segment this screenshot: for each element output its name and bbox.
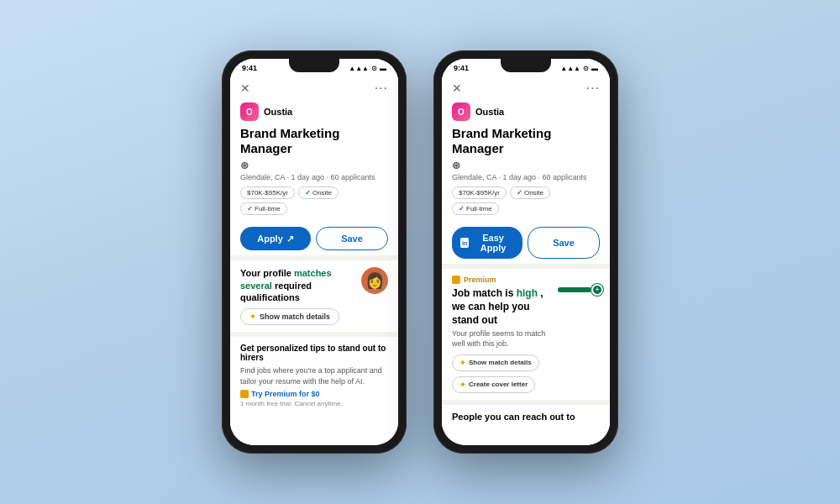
phone-left: 9:41 ▲▲▲ ⊙ ▬ ✕ ··· O Oustia	[222, 50, 407, 454]
notch-left	[289, 59, 339, 72]
tips-title-left: Get personalized tips to stand out to hi…	[240, 344, 388, 362]
save-button-left[interactable]: Save	[316, 227, 388, 250]
match-card-left: Your profile matches several required qu…	[230, 255, 398, 332]
slider-container-right	[551, 287, 600, 292]
company-logo-right: O	[452, 102, 470, 121]
tag-salary-left: $70K-$95K/yr	[240, 186, 295, 199]
company-row-left: O Oustia	[240, 102, 388, 121]
close-button-right[interactable]: ✕	[452, 81, 462, 95]
screen-left: 9:41 ▲▲▲ ⊙ ▬ ✕ ··· O Oustia	[230, 59, 398, 445]
show-match-button-right[interactable]: ✦ Show match details	[452, 354, 539, 371]
phone-content-right: ✕ ··· O Oustia Brand Marketing Manager ⊛…	[442, 74, 610, 445]
close-button-left[interactable]: ✕	[240, 81, 250, 95]
time-left: 9:41	[242, 64, 257, 72]
create-cover-button-right[interactable]: ✦ Create cover letter	[452, 376, 535, 393]
company-row-right: O Oustia	[452, 102, 600, 121]
save-button-right[interactable]: Save	[528, 227, 600, 259]
match-header-row-right: Job match is high , we can help you stan…	[452, 287, 600, 349]
verified-icon-right: ⊛	[452, 160, 460, 171]
more-menu-left[interactable]: ···	[375, 81, 388, 96]
premium-link-left[interactable]: Try Premium for $0	[240, 390, 388, 398]
match-high-card-right: Premium Job match is high , we can help …	[442, 264, 610, 399]
job-header-right: O Oustia Brand Marketing Manager ⊛ Glend…	[442, 99, 610, 222]
job-title-left: Brand Marketing Manager ⊛	[240, 126, 388, 171]
apply-icon-left: ↗	[286, 234, 294, 244]
phone-content-left: ✕ ··· O Oustia Brand Marketing Manager ⊛…	[230, 74, 398, 445]
premium-dot-right	[452, 276, 460, 284]
match-text-col-right: Job match is high , we can help you stan…	[452, 287, 551, 349]
job-match-text-right: Job match is high , we can help you stan…	[452, 287, 551, 327]
match-text-left: Your profile matches several required qu…	[240, 267, 388, 303]
premium-badge-left	[240, 390, 249, 398]
slider-thumb-right	[591, 284, 603, 296]
show-match-button-left[interactable]: ✦ Show match details	[240, 308, 339, 325]
tag-fulltime-left: ✓ Full-time	[240, 202, 287, 215]
time-right: 9:41	[454, 64, 469, 72]
slider-track-right	[558, 287, 600, 292]
avatar-left: 👩	[361, 267, 388, 294]
trial-text-left: 1 month free trial. Cancel anytime.	[240, 400, 388, 407]
tag-onsite-left: ✓ Onsite	[298, 186, 339, 199]
company-logo-left: O	[240, 102, 259, 121]
nav-bar-right: ✕ ···	[442, 74, 610, 99]
company-name-left: Oustia	[264, 107, 292, 117]
slider-fill-right	[558, 287, 591, 292]
battery-icon-left: ▬	[380, 65, 386, 72]
tags-row-left: $70K-$95K/yr ✓ Onsite ✓ Full-time	[240, 186, 388, 215]
more-menu-right[interactable]: ···	[586, 81, 600, 96]
match-description-left: Your profile matches several required qu…	[240, 267, 354, 303]
job-meta-left: Glendale, CA · 1 day ago · 60 applicants	[240, 173, 388, 181]
tag-salary-right: $70K-$95K/yr	[452, 186, 507, 199]
star-icon-cover-right: ✦	[459, 381, 466, 389]
job-header-left: O Oustia Brand Marketing Manager ⊛ Glend…	[230, 99, 398, 222]
wifi-icon-left: ⊙	[371, 65, 377, 72]
match-buttons-row-right: ✦ Show match details ✦ Create cover lett…	[452, 354, 600, 393]
job-title-right: Brand Marketing Manager ⊛	[452, 126, 600, 171]
star-icon-show-right: ✦	[459, 359, 466, 367]
screen-right: 9:41 ▲▲▲ ⊙ ▬ ✕ ··· O Oustia	[442, 59, 610, 445]
nav-bar-left: ✕ ···	[230, 74, 398, 99]
tag-onsite-right: ✓ Onsite	[510, 186, 550, 199]
premium-label-right: Premium	[452, 276, 600, 284]
wifi-icon-right: ⊙	[583, 65, 589, 72]
easy-apply-button-right[interactable]: in Easy Apply	[452, 227, 522, 259]
notch-right	[501, 59, 551, 72]
people-title-right: People you can reach out to	[452, 412, 600, 422]
status-icons-right: ▲▲▲ ⊙ ▬	[560, 65, 598, 72]
apply-button-left[interactable]: Apply ↗	[240, 227, 311, 250]
tips-desc-left: Find jobs where you're a top applicant a…	[240, 365, 388, 386]
linkedin-icon-right: in	[460, 238, 469, 248]
action-buttons-right: in Easy Apply Save	[442, 222, 610, 264]
signal-icon-right: ▲▲▲	[560, 65, 580, 72]
tag-fulltime-right: ✓ Full-time	[452, 202, 499, 215]
status-icons-left: ▲▲▲ ⊙ ▬	[349, 65, 386, 72]
tags-row-right: $70K-$95K/yr ✓ Onsite ✓ Full-time	[452, 186, 600, 215]
star-icon-left: ✦	[249, 312, 256, 321]
phone-right: 9:41 ▲▲▲ ⊙ ▬ ✕ ··· O Oustia	[433, 50, 618, 454]
signal-icon-left: ▲▲▲	[349, 65, 369, 72]
job-meta-right: Glendale, CA · 1 day ago · 60 applicants	[452, 173, 600, 181]
battery-icon-right: ▬	[591, 65, 598, 72]
company-name-right: Oustia	[475, 107, 504, 117]
match-desc-right: Your profile seems to match well with th…	[452, 329, 551, 349]
action-buttons-left: Apply ↗ Save	[230, 222, 398, 255]
tips-section-left: Get personalized tips to stand out to hi…	[230, 337, 398, 414]
people-reach-section-right: People you can reach out to	[442, 400, 610, 428]
verified-icon-left: ⊛	[240, 160, 249, 171]
